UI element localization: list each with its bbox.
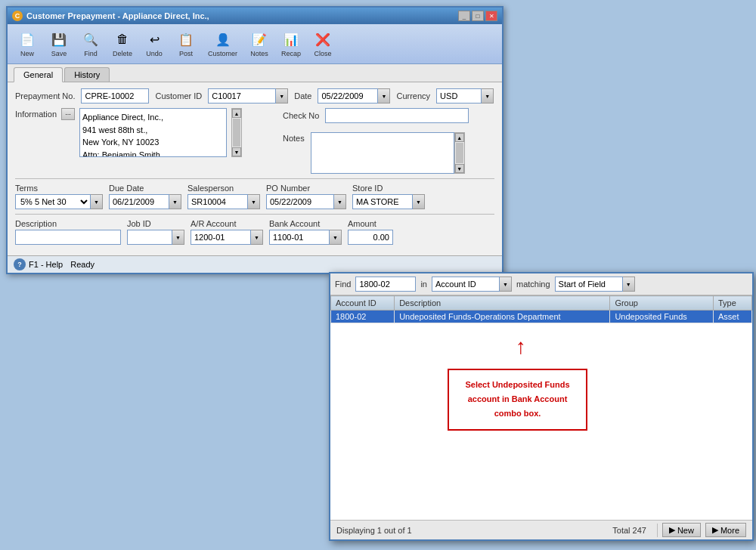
- window-title: Customer Prepayment - Appliance Direct, …: [26, 11, 209, 20]
- customer-id-dropdown[interactable]: ▼: [276, 88, 288, 104]
- salesperson-input[interactable]: [187, 194, 248, 209]
- find-button[interactable]: 🔍 Find: [76, 27, 106, 60]
- date-input[interactable]: [318, 88, 378, 104]
- notes-scroll-down[interactable]: ▼: [455, 164, 464, 173]
- scroll-down[interactable]: ▼: [232, 147, 241, 156]
- lookup-total: Total 247: [612, 526, 646, 535]
- ponumber-arrow[interactable]: ▼: [334, 194, 346, 209]
- lookup-matching-arrow[interactable]: ▼: [623, 277, 635, 292]
- middle-area: Information ··· Appliance Direct, Inc.,9…: [15, 108, 494, 174]
- col-group: Group: [610, 296, 714, 311]
- description-input[interactable]: [15, 230, 121, 245]
- checkno-row: Check No: [283, 108, 494, 123]
- jobid-arrow[interactable]: ▼: [172, 230, 184, 245]
- lookup-find-input[interactable]: [355, 277, 416, 292]
- date-dropdown[interactable]: ▼: [378, 88, 390, 104]
- ponumber-input[interactable]: [266, 194, 334, 209]
- post-label: Post: [179, 50, 193, 57]
- duedate-arrow[interactable]: ▼: [169, 194, 181, 209]
- close-icon: ❌: [314, 30, 332, 48]
- help-item: ? F1 - Help: [14, 258, 63, 270]
- delete-button[interactable]: 🗑 Delete: [107, 27, 138, 60]
- desc-row: Description Job ID ▼ A/R Account ▼ Bank …: [15, 219, 494, 245]
- recap-button[interactable]: 📊 Recap: [276, 27, 306, 60]
- salesperson-group: Salesperson ▼: [187, 184, 260, 209]
- terms-arrow[interactable]: ▼: [91, 194, 103, 209]
- customer-button[interactable]: 👤 Customer: [203, 27, 243, 60]
- araccount-input[interactable]: [191, 230, 251, 245]
- undo-button[interactable]: ↩ Undo: [139, 27, 169, 60]
- notes-scroll-thumb: [456, 143, 463, 163]
- lookup-nav-section: Total 247 ▶ New ▶ More: [612, 523, 746, 537]
- checkno-input[interactable]: [325, 108, 469, 123]
- new-label: New: [20, 50, 34, 57]
- cell-account-id: 1800-02: [331, 311, 395, 323]
- notes-textarea[interactable]: [311, 132, 454, 174]
- form-row-1: Prepayment No. Customer ID ▼ Date ▼ Curr…: [15, 88, 494, 104]
- jobid-input[interactable]: [127, 230, 172, 245]
- customer-id-input[interactable]: [208, 88, 276, 104]
- info-text-box: Appliance Direct, Inc.,941 west 88th st.…: [79, 108, 227, 157]
- notes-scroll-up[interactable]: ▲: [455, 133, 464, 142]
- scroll-up[interactable]: ▲: [232, 109, 241, 118]
- info-address: Appliance Direct, Inc.,941 west 88th st.…: [82, 113, 163, 157]
- lookup-in-label: in: [420, 280, 427, 289]
- terms-select[interactable]: 5% 5 Net 30: [15, 194, 91, 209]
- close-window-button[interactable]: ✕: [485, 11, 497, 21]
- close-label: Close: [314, 50, 332, 57]
- tab-history[interactable]: History: [64, 67, 110, 82]
- lookup-more-button[interactable]: ▶ More: [705, 523, 746, 537]
- lookup-matching-input[interactable]: [555, 277, 623, 292]
- duedate-input[interactable]: [109, 194, 169, 209]
- annotation-text: Select Undeposited Funds account in Bank…: [465, 380, 569, 418]
- col-type: Type: [713, 296, 751, 311]
- araccount-group: A/R Account ▼: [191, 219, 263, 245]
- new-button[interactable]: 📄 New: [12, 27, 42, 60]
- status-bar: ? F1 - Help Ready: [8, 255, 502, 273]
- tab-general[interactable]: General: [14, 67, 63, 82]
- recap-icon: 📊: [282, 30, 300, 48]
- notes-button[interactable]: 📝 Notes: [244, 27, 274, 60]
- lookup-find-bar: Find in ▼ matching ▼: [330, 273, 752, 295]
- toolbar: 📄 New 💾 Save 🔍 Find 🗑 Delete ↩ Undo 📋 Po…: [8, 24, 502, 64]
- close-button[interactable]: ❌ Close: [308, 27, 338, 60]
- save-button[interactable]: 💾 Save: [44, 27, 74, 60]
- amount-input[interactable]: [348, 230, 393, 245]
- info-scrollbar[interactable]: ▲ ▼: [231, 108, 242, 157]
- currency-input[interactable]: [436, 88, 482, 104]
- lookup-in-input[interactable]: [432, 277, 500, 292]
- info-expand-button[interactable]: ···: [61, 108, 75, 120]
- lookup-matching-group: ▼: [555, 277, 635, 292]
- jobid-group: Job ID ▼: [127, 219, 184, 245]
- salesperson-arrow[interactable]: ▼: [248, 194, 260, 209]
- storeid-arrow[interactable]: ▼: [413, 194, 425, 209]
- araccount-arrow[interactable]: ▼: [251, 230, 263, 245]
- ponumber-group: PO Number ▼: [266, 184, 346, 209]
- annotation-box: Select Undeposited Funds account in Bank…: [448, 369, 587, 431]
- storeid-select-group: ▼: [352, 194, 425, 209]
- lookup-table-header: Account ID Description Group Type: [331, 296, 752, 311]
- lookup-new-button[interactable]: ▶ New: [662, 523, 701, 537]
- minimize-button[interactable]: _: [458, 11, 470, 21]
- customer-label: Customer: [208, 50, 237, 57]
- lookup-in-arrow[interactable]: ▼: [500, 277, 512, 292]
- currency-group: ▼: [436, 88, 494, 104]
- table-row[interactable]: 1800-02 Undeposited Funds-Operations Dep…: [331, 311, 752, 323]
- notes-scrollbar[interactable]: ▲ ▼: [454, 132, 465, 174]
- prepayment-no-input[interactable]: [81, 88, 149, 104]
- col-description: Description: [395, 296, 610, 311]
- new-arrow-icon: ▶: [669, 525, 675, 535]
- lookup-find-label: Find: [335, 280, 351, 289]
- currency-dropdown[interactable]: ▼: [482, 88, 494, 104]
- bankaccount-input[interactable]: [269, 230, 330, 245]
- divider-nav: [657, 524, 658, 537]
- bankaccount-group: Bank Account ▼: [269, 219, 342, 245]
- bankaccount-arrow[interactable]: ▼: [330, 230, 342, 245]
- description-group: Description: [15, 219, 121, 245]
- divider-2: [15, 214, 494, 215]
- post-button[interactable]: 📋 Post: [171, 27, 201, 60]
- undo-label: Undo: [146, 50, 163, 57]
- maximize-button[interactable]: □: [472, 11, 484, 21]
- storeid-input[interactable]: [352, 194, 413, 209]
- cell-description: Undeposited Funds-Operations Department: [395, 311, 610, 323]
